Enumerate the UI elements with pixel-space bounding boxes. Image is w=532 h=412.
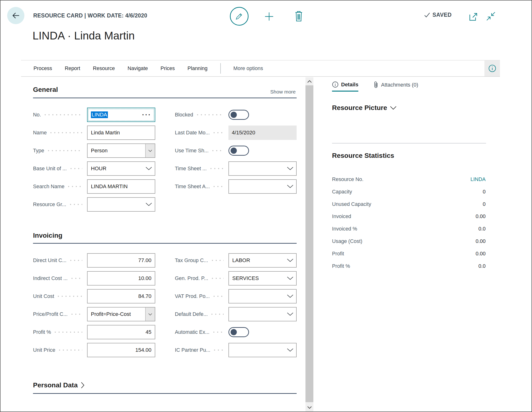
- save-status-label: SAVED: [432, 12, 452, 18]
- menu-item-resource[interactable]: Resource: [93, 66, 115, 72]
- plus-icon: [264, 11, 274, 21]
- tax-group-dropdown[interactable]: LABOR: [228, 253, 297, 268]
- gen-prod-posting-dropdown[interactable]: SERVICES: [228, 271, 297, 286]
- menu-item-process[interactable]: Process: [33, 66, 52, 72]
- scroll-up-button[interactable]: [305, 77, 313, 85]
- indirect-cost-input[interactable]: 10.00: [87, 271, 155, 286]
- stat-label: Capacity: [332, 189, 352, 195]
- use-time-sheet-label: Use Time Sh...: [175, 148, 209, 154]
- menu-item-navigate[interactable]: Navigate: [127, 66, 148, 72]
- field-row: Name Linda Martin: [33, 126, 155, 140]
- open-in-new-window-button[interactable]: [468, 11, 479, 22]
- stat-row-capacity: Capacity 0: [332, 186, 485, 198]
- dotted-leader: [212, 296, 224, 297]
- menu-item-prices[interactable]: Prices: [161, 66, 175, 72]
- base-unit-dropdown[interactable]: HOUR: [87, 161, 155, 176]
- check-icon: [424, 12, 430, 18]
- personal-data-section-heading[interactable]: Personal Data: [33, 381, 85, 389]
- show-more-link[interactable]: Show more: [270, 89, 296, 95]
- stat-row-usage-cost: Usage (Cost) 0.00: [332, 235, 485, 247]
- stat-row-invoiced: Invoiced 0.00: [332, 210, 485, 223]
- dotted-leader: [212, 331, 224, 333]
- price-profit-calculation-label: Price/Profit C...: [33, 311, 68, 317]
- tab-details[interactable]: Details: [332, 81, 358, 92]
- field-row: Price/Profit C... Profit=Price-Cost: [33, 307, 155, 321]
- dotted-leader: [212, 132, 224, 133]
- dotted-leader: [57, 296, 82, 297]
- no-value-selected: LINDA: [91, 112, 108, 118]
- profit-pct-input[interactable]: 45: [87, 325, 155, 339]
- field-row: Gen. Prod. P... SERVICES: [175, 271, 297, 286]
- dotted-leader: [210, 278, 224, 279]
- dotted-leader: [196, 114, 224, 115]
- vertical-scrollbar[interactable]: [305, 77, 313, 412]
- field-row: Last Date Mo... 4/15/2020: [175, 126, 297, 140]
- time-sheet-owner-dropdown[interactable]: [228, 161, 297, 176]
- scrollbar-thumb[interactable]: [305, 85, 313, 402]
- field-row: No. LINDA ···: [33, 108, 155, 122]
- resource-picture-heading[interactable]: Resource Picture: [332, 104, 396, 112]
- field-row: Automatic Ex...: [175, 325, 297, 339]
- stat-value-link[interactable]: LINDA: [471, 177, 485, 182]
- stat-value: 0.00: [475, 251, 485, 257]
- automatic-ext-texts-toggle[interactable]: [228, 327, 249, 337]
- direct-unit-cost-input[interactable]: 77.00: [87, 253, 155, 268]
- dotted-leader: [49, 132, 82, 133]
- delete-button[interactable]: [293, 10, 305, 22]
- name-input[interactable]: Linda Martin: [87, 126, 155, 140]
- trash-icon: [294, 10, 304, 22]
- field-row: Direct Unit C... 77.00: [33, 253, 155, 268]
- unit-cost-input[interactable]: 84.70: [87, 289, 155, 303]
- indirect-cost-label: Indirect Cost ...: [33, 275, 68, 281]
- factbox-divider: [332, 143, 486, 143]
- automatic-ext-texts-label: Automatic Ex...: [175, 329, 209, 335]
- vat-prod-posting-dropdown[interactable]: [228, 289, 297, 303]
- more-options-button[interactable]: More options: [233, 66, 263, 72]
- dotted-leader: [212, 186, 224, 187]
- resource-card-window: RESOURCE CARD | WORK DATE: 4/6/2020: [0, 0, 532, 412]
- dotted-leader: [47, 150, 82, 151]
- gen-prod-posting-label: Gen. Prod. P...: [175, 275, 208, 281]
- field-row: Resource Gr...: [33, 197, 155, 212]
- context-info-button[interactable]: [484, 60, 500, 76]
- chevron-down-icon: [148, 150, 152, 152]
- blocked-toggle[interactable]: [228, 110, 249, 120]
- paperclip-icon: [374, 81, 379, 88]
- dotted-leader: [70, 313, 82, 315]
- dotted-leader: [43, 114, 82, 115]
- blocked-label: Blocked: [175, 112, 193, 118]
- personal-data-section-rule: [33, 393, 297, 394]
- price-profit-dropdown-button[interactable]: [145, 308, 155, 321]
- ic-partner-dropdown[interactable]: [228, 343, 297, 357]
- stat-label: Usage (Cost): [332, 238, 362, 244]
- dotted-leader: [210, 260, 224, 261]
- general-section-heading[interactable]: General: [33, 86, 58, 94]
- chevron-down-icon: [390, 106, 396, 110]
- popout-icon: [469, 12, 478, 21]
- back-button[interactable]: [7, 7, 24, 24]
- stat-row-invoiced-pct: Invoiced % 0.0: [332, 223, 485, 235]
- invoicing-section-heading[interactable]: Invoicing: [33, 232, 62, 239]
- search-name-input[interactable]: LINDA MARTIN: [87, 179, 155, 194]
- new-button[interactable]: [264, 11, 275, 22]
- menu-item-report[interactable]: Report: [65, 66, 80, 72]
- collapse-header-button[interactable]: [485, 10, 497, 22]
- type-dropdown-button[interactable]: [145, 144, 155, 157]
- menu-item-planning[interactable]: Planning: [188, 66, 208, 72]
- use-time-sheet-toggle[interactable]: [228, 146, 249, 156]
- chevron-right-icon: [81, 382, 85, 388]
- profit-pct-label: Profit %: [33, 329, 51, 335]
- edit-button[interactable]: [230, 7, 248, 26]
- default-deferral-dropdown[interactable]: [228, 307, 297, 321]
- tax-group-label: Tax Group C...: [175, 258, 208, 263]
- scroll-down-button[interactable]: [305, 403, 313, 412]
- field-row: Indirect Cost ... 10.00: [33, 271, 155, 286]
- unit-price-input[interactable]: 154.00: [87, 343, 155, 357]
- resource-group-dropdown[interactable]: [87, 197, 155, 212]
- toggle-knob: [231, 112, 237, 118]
- no-input[interactable]: LINDA ···: [87, 108, 155, 122]
- tab-attachments[interactable]: Attachments (0): [374, 81, 418, 88]
- stat-row-unused-capacity: Unused Capacity 0: [332, 198, 485, 210]
- time-sheet-approver-dropdown[interactable]: [228, 179, 297, 194]
- field-row: Default Defe...: [175, 307, 297, 321]
